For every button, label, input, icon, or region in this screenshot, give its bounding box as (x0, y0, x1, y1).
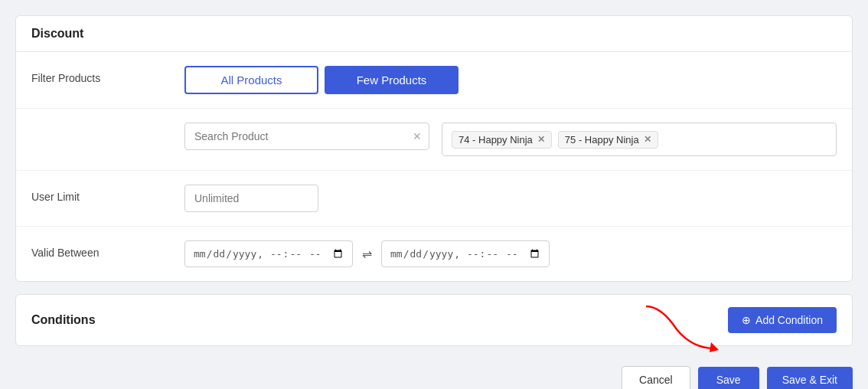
conditions-header: Conditions ⊕ Add Condition (16, 295, 852, 345)
conditions-card: Conditions ⊕ Add Condition (15, 294, 853, 346)
tags-container: 74 - Happy Ninja ✕ 75 - Happy Ninja ✕ (442, 123, 837, 156)
search-tags-row: ✕ 74 - Happy Ninja ✕ 75 - Happy Ninja ✕ (184, 123, 837, 156)
valid-from-input[interactable] (184, 240, 353, 267)
few-products-button[interactable]: Few Products (325, 66, 458, 94)
user-limit-row: User Limit (16, 171, 852, 227)
footer: Cancel Save Save & Exit (15, 358, 853, 389)
filter-products-row: Filter Products All Products Few Product… (16, 52, 852, 109)
valid-to-input[interactable] (381, 240, 550, 267)
discount-card-header: Discount (16, 16, 852, 52)
add-condition-button[interactable]: ⊕ Add Condition (728, 307, 837, 333)
valid-between-row: Valid Between ⇌ (16, 227, 852, 281)
tag-74: 74 - Happy Ninja ✕ (452, 131, 552, 149)
tag-75-remove[interactable]: ✕ (644, 134, 651, 145)
filter-buttons-group: All Products Few Products (184, 66, 837, 94)
search-clear-icon[interactable]: ✕ (413, 130, 422, 142)
valid-between-label: Valid Between (31, 240, 184, 259)
user-limit-label: User Limit (31, 185, 184, 203)
valid-between-control: ⇌ (184, 240, 837, 267)
user-limit-control (184, 185, 837, 212)
tag-75: 75 - Happy Ninja ✕ (558, 131, 658, 149)
plus-circle-icon: ⊕ (742, 314, 751, 326)
filter-products-control: All Products Few Products (184, 66, 837, 94)
tag-74-remove[interactable]: ✕ (537, 134, 545, 145)
tag-74-label: 74 - Happy Ninja (458, 134, 533, 145)
filter-products-label: Filter Products (31, 66, 184, 84)
swap-icon: ⇌ (362, 247, 372, 261)
cancel-button[interactable]: Cancel (622, 366, 690, 389)
discount-card: Discount Filter Products All Products Fe… (15, 15, 853, 282)
search-product-input[interactable] (184, 123, 429, 150)
date-range-group: ⇌ (184, 240, 837, 267)
search-product-row: ✕ 74 - Happy Ninja ✕ 75 - Happy Ninja ✕ (16, 109, 852, 171)
discount-title: Discount (31, 27, 837, 41)
search-product-control: ✕ 74 - Happy Ninja ✕ 75 - Happy Ninja ✕ (184, 123, 837, 156)
search-input-wrapper: ✕ (184, 123, 429, 150)
save-exit-button[interactable]: Save & Exit (767, 367, 853, 389)
tag-75-label: 75 - Happy Ninja (565, 134, 639, 145)
add-condition-label: Add Condition (755, 314, 823, 326)
user-limit-input[interactable] (184, 185, 318, 212)
conditions-title: Conditions (31, 313, 96, 327)
all-products-button[interactable]: All Products (184, 66, 318, 94)
save-button[interactable]: Save (698, 367, 759, 389)
